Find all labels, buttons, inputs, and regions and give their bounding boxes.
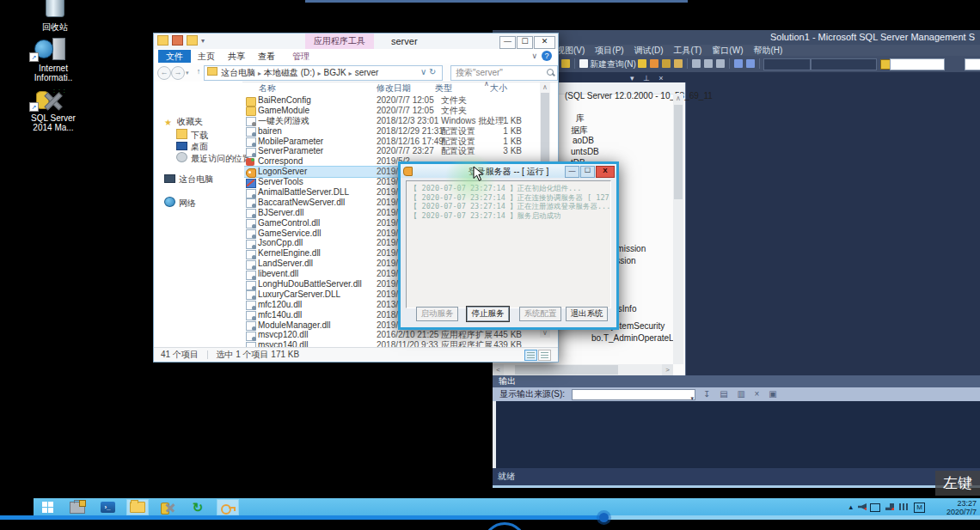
table-row[interactable]: ServerParameter2020/7/7 23:27配置设置3 KB (244, 146, 539, 156)
icons-view-button[interactable] (538, 350, 551, 361)
details-view-button[interactable] (524, 350, 537, 361)
taskbar-sql-config-button[interactable] (156, 499, 179, 515)
qat-customize-icon[interactable]: ▾ (201, 37, 205, 45)
new-query-icon[interactable] (579, 59, 588, 68)
tab-主页[interactable]: 主页 (190, 50, 223, 63)
cut-icon[interactable] (692, 59, 701, 68)
console-minimize-button[interactable]: — (565, 166, 579, 178)
open-query-icon-3[interactable] (662, 59, 671, 68)
open-query-icon-4[interactable] (674, 59, 683, 68)
console-button-2[interactable]: 停止服务 (467, 307, 509, 321)
display-tray-icon[interactable] (870, 503, 880, 512)
output-content[interactable] (493, 401, 980, 468)
object-explorer-pane-buttons[interactable]: ▾ ⊥ × (630, 74, 667, 82)
forward-button[interactable]: → (171, 66, 185, 80)
open-query-icon-1[interactable] (638, 59, 646, 68)
tree-item[interactable]: bo.T_AdminOperateLog (591, 333, 683, 343)
sidebar-item-recent[interactable]: 最近访问的位置 (176, 152, 251, 165)
console-log-output[interactable]: 【 2020-07-07 23:27:14 】正在初始化组件...【 2020-… (406, 180, 611, 308)
breadcrumb-segment[interactable]: BGJK (323, 68, 346, 77)
table-row[interactable]: GameModule2020/7/7 12:05文件夹 (244, 106, 539, 116)
help-icon[interactable]: ? (542, 51, 552, 61)
menu-item[interactable]: 帮助(H) (748, 46, 787, 55)
desktop-icon-iis[interactable]: ↗Internet Informati.. (24, 36, 83, 82)
table-row[interactable]: msvcp120.dll2016/2/10 21:25应用程序扩展445 KB (244, 330, 539, 340)
menu-item[interactable]: 窗口(W) (707, 46, 748, 55)
oe-scroll-up[interactable]: ∧ (673, 94, 683, 103)
output-toolbar-icons[interactable]: ↧ ▤ ▥ × ▣ (703, 387, 781, 401)
explorer-title-bar[interactable]: ▾ 应用程序工具 server — ☐ ✕ (154, 34, 558, 50)
tab-管理[interactable]: 管理 (285, 50, 317, 63)
menu-item[interactable]: 工具(T) (669, 46, 707, 55)
oe-vertical-scrollbar[interactable]: ∧ (673, 94, 683, 364)
console-maximize-button[interactable]: ☐ (580, 166, 595, 178)
column-header-1[interactable]: 名称 (259, 82, 276, 94)
sort-indicator-icon[interactable]: ∧ (484, 80, 489, 88)
console-close-button[interactable]: X (596, 166, 615, 178)
qat-properties-icon[interactable] (172, 35, 183, 46)
tab-查看[interactable]: 查看 (250, 50, 283, 63)
column-header-3[interactable]: 类型 (435, 82, 452, 94)
console-button-4[interactable]: 退出系统 (566, 307, 608, 321)
search-icon[interactable] (547, 69, 554, 76)
output-panel-header[interactable]: 输出 (493, 375, 980, 387)
taskbar-start-button[interactable] (36, 499, 58, 515)
redo-icon[interactable] (746, 59, 755, 68)
maximize-button[interactable]: ☐ (517, 36, 533, 49)
tray-expand-icon[interactable]: ▴ (848, 503, 853, 511)
logon-server-console-window[interactable]: 登录服务器 -- [ 运行 ] — ☐ X 【 2020-07-07 23:27… (398, 161, 619, 330)
breadcrumb-segment[interactable]: 这台电脑 (221, 68, 255, 77)
copy-icon[interactable] (704, 59, 713, 68)
oe-scroll-left[interactable]: < (493, 364, 504, 375)
ime-m-badge[interactable]: M (914, 503, 925, 513)
tree-item[interactable]: 据库 (571, 125, 588, 137)
table-row[interactable]: MobileParameter2018/12/16 17:49配置设置1 KB (244, 137, 539, 147)
tab-文件[interactable]: 文件 (158, 50, 191, 63)
ssms-title-bar[interactable]: Solution1 - Microsoft SQL Server Managem… (493, 30, 980, 45)
breadcrumb-segment[interactable]: 本地磁盘 (D:) (264, 68, 315, 77)
volume-muted-icon[interactable] (858, 503, 867, 510)
new-query-button[interactable]: 新建查询(N) (590, 59, 636, 69)
tree-item[interactable]: (SQL Server 12.0.2000 - 10_53_69_11 (565, 91, 713, 101)
table-row[interactable]: 一键关闭游戏2018/12/3 23:01Windows 批处理..1 KB (244, 116, 539, 126)
connect-icon[interactable] (561, 59, 570, 68)
back-button[interactable]: ← (157, 66, 171, 80)
oe-hscroll-thumb[interactable] (515, 365, 618, 375)
up-button[interactable]: ↑ (193, 66, 205, 78)
address-refresh-icon[interactable]: ∨ ↻ (420, 67, 436, 76)
ribbon-minimize-icon[interactable]: ∨ (531, 52, 537, 60)
menu-item[interactable]: 项目(P) (590, 46, 628, 55)
taskbar-server-manager-button[interactable] (66, 499, 89, 515)
quick-access-toolbar[interactable]: ▾ (157, 35, 205, 46)
breadcrumb-segment[interactable]: server (355, 68, 379, 77)
ssms-toolbar-combo-2[interactable] (811, 58, 877, 70)
table-row[interactable]: bairen2018/12/29 21:31配置设置1 KB (244, 126, 539, 137)
video-progress-knob[interactable] (599, 513, 609, 522)
console-title-bar[interactable]: 登录服务器 -- [ 运行 ] — ☐ X (401, 164, 616, 178)
ribbon-tabs[interactable]: 文件主页共享查看管理 (154, 49, 558, 64)
minimize-button[interactable]: — (499, 36, 516, 49)
sidebar-item-desktop[interactable]: 桌面 (176, 141, 208, 153)
video-progress-bar[interactable] (0, 515, 980, 520)
undo-icon[interactable] (734, 59, 743, 68)
tree-item[interactable]: untsDB (571, 147, 599, 156)
taskbar-sync-button[interactable]: ↻ (187, 499, 209, 515)
ssms-toolbar-field-2[interactable] (965, 58, 980, 70)
column-header-4[interactable]: 大小 (490, 82, 507, 94)
sidebar-item-star[interactable]: ★收藏夹 (164, 116, 203, 128)
ssms-toolbar-combo-1[interactable] (763, 58, 811, 70)
sidebar-item-net[interactable]: 网络 (164, 197, 196, 210)
remote-sessions-icon[interactable] (899, 503, 908, 510)
close-button[interactable]: ✕ (534, 36, 555, 49)
table-row[interactable]: BaiRenConfig2020/7/7 12:05文件夹 (244, 95, 539, 106)
ssms-toolbar-field-1[interactable] (890, 58, 945, 70)
breadcrumb[interactable]: 这台电脑▸本地磁盘 (D:)▸BGJK▸server (204, 65, 443, 81)
oe-scroll-thumb[interactable] (674, 105, 683, 199)
search-input[interactable]: 搜索"server" (450, 65, 558, 81)
sidebar-item-pc[interactable]: 这台电脑 (164, 174, 213, 186)
scroll-up-arrow[interactable]: ∧ (540, 82, 550, 92)
taskbar-powershell-button[interactable]: ›_ (96, 499, 119, 515)
tab-共享[interactable]: 共享 (220, 50, 253, 63)
tree-item[interactable]: aoDB (573, 136, 594, 145)
qat-new-folder-icon[interactable] (187, 35, 198, 46)
